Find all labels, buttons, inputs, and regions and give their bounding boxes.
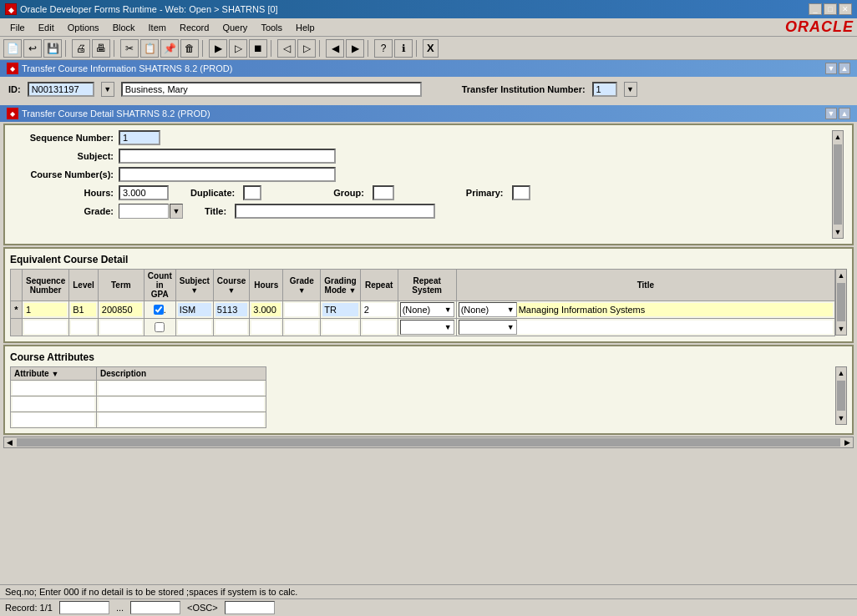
close-button[interactable]: ✕ [839,3,852,15]
course-num-input[interactable] [119,167,336,182]
grade-dropdown[interactable]: ▼ [170,204,183,219]
title-cell-1[interactable] [517,303,833,316]
desc-input-3[interactable] [99,413,264,427]
menu-query[interactable]: Query [216,21,254,34]
menu-block[interactable]: Block [106,21,142,34]
tb-copy[interactable]: 📋 [140,39,159,58]
equiv-scroll-down[interactable]: ▼ [836,323,847,335]
repeat-sys-select-1[interactable]: (None)▼ [400,302,454,317]
row1-course[interactable] [213,301,249,319]
tb-open[interactable]: ↩ [23,39,42,58]
tb-exec3[interactable]: ⏹ [249,39,267,58]
menu-item[interactable]: Item [142,21,173,34]
seq-input[interactable] [119,130,160,145]
grade-mode-cell-1[interactable] [322,303,358,316]
tb-save[interactable]: 💾 [43,39,62,58]
attr-scroll-down[interactable]: ▼ [836,412,847,424]
attr-scroll-up[interactable]: ▲ [836,367,847,379]
repeat-cell-1[interactable] [363,303,396,316]
row2-repeat[interactable] [360,319,398,336]
tb-scroll-left[interactable]: ◀ [326,39,344,58]
tb-next[interactable]: ▷ [297,39,316,58]
tb-print2[interactable]: 🖶 [92,39,110,58]
count-check-1[interactable] [154,305,164,315]
equiv-scroll-up[interactable]: ▲ [836,270,847,281]
menu-edit[interactable]: Edit [32,21,61,34]
title-input[interactable] [235,204,435,219]
course-detail-scrollbar[interactable]: ▲ ▼ [832,130,844,239]
duplicate-input[interactable] [243,185,261,200]
row2-term[interactable] [98,319,144,336]
row1-subject[interactable] [175,301,213,319]
tb-close-button[interactable]: X [423,39,439,58]
tb-info[interactable]: ℹ [394,39,413,58]
maximize-button[interactable]: □ [824,3,837,15]
row1-repeat[interactable] [360,301,398,319]
row2-grade-mode[interactable] [321,319,360,336]
transfer-info-collapse[interactable]: ▼ [825,63,837,74]
hours-input[interactable] [119,185,169,200]
row2-grade[interactable] [283,319,321,336]
row2-seq[interactable] [23,319,69,336]
equiv-scrollbar[interactable]: ▲ ▼ [835,269,847,336]
attr-input-1[interactable] [13,381,94,395]
row1-count[interactable]: . [144,301,175,319]
tb-print[interactable]: 🖨 [72,39,90,58]
h-scroll-left[interactable]: ◀ [4,438,15,447]
level-cell-1[interactable] [71,303,96,316]
tb-cut[interactable]: ✂ [120,39,139,58]
id-dropdown[interactable]: ▼ [101,82,114,97]
primary-input[interactable] [512,185,530,200]
menu-record[interactable]: Record [173,21,216,34]
row2-title[interactable]: ▼ [456,319,834,336]
subject-cell-2[interactable] [178,321,211,334]
repeat-sys-select-2[interactable]: ▼ [400,320,454,335]
h-scroll-right[interactable]: ▶ [842,438,853,447]
scroll-up-arrow[interactable]: ▲ [833,131,844,143]
subject-cell-1[interactable] [178,303,211,316]
grade-cell-1[interactable] [285,303,318,316]
row2-level[interactable] [69,319,99,336]
row1-hours[interactable] [250,301,283,319]
grade-mode-cell-2[interactable] [322,321,358,334]
menu-help[interactable]: Help [289,21,322,34]
menu-file[interactable]: File [3,21,32,34]
course-cell-2[interactable] [216,321,247,334]
menu-tools[interactable]: Tools [254,21,289,34]
desc-input-1[interactable] [99,381,264,395]
desc-input-2[interactable] [99,397,264,411]
row2-hours[interactable] [250,319,283,336]
id-field[interactable] [28,82,94,97]
row2-subject[interactable] [175,319,213,336]
tb-new[interactable]: 📄 [3,39,22,58]
row1-seq[interactable] [23,301,69,319]
course-cell-1[interactable] [216,303,247,316]
transfer-inst-field[interactable] [592,82,617,97]
title-cell-2[interactable] [517,321,833,334]
row1-term[interactable] [98,301,144,319]
grade-input[interactable] [119,204,169,219]
name-field[interactable] [121,82,422,97]
group-input[interactable] [373,185,394,200]
row1-grade[interactable] [283,301,321,319]
tb-scroll-right[interactable]: ▶ [346,39,364,58]
row1-level[interactable] [69,301,99,319]
menu-options[interactable]: Options [61,21,106,34]
scroll-down-arrow[interactable]: ▼ [833,226,844,238]
tb-prev[interactable]: ◁ [277,39,296,58]
tb-exec1[interactable]: ▶ [209,39,227,58]
tb-delete[interactable]: 🗑 [180,39,199,58]
tb-exec2[interactable]: ▷ [229,39,247,58]
seq-cell-1[interactable] [24,303,67,316]
repeat-sys2-select-1[interactable]: (None)▼ [459,302,517,317]
row1-grade-mode[interactable] [321,301,360,319]
attr-input-2[interactable] [13,397,94,411]
hours-cell-1[interactable] [251,303,281,316]
transfer-info-expand[interactable]: ▲ [839,63,850,74]
attr-input-3[interactable] [13,413,94,427]
row2-count[interactable] [144,319,175,336]
repeat-sys2-select-2[interactable]: ▼ [459,320,517,335]
attr-scrollbar[interactable]: ▲ ▼ [835,366,847,425]
transfer-inst-dropdown[interactable]: ▼ [624,82,637,97]
level-cell-2[interactable] [71,321,96,334]
